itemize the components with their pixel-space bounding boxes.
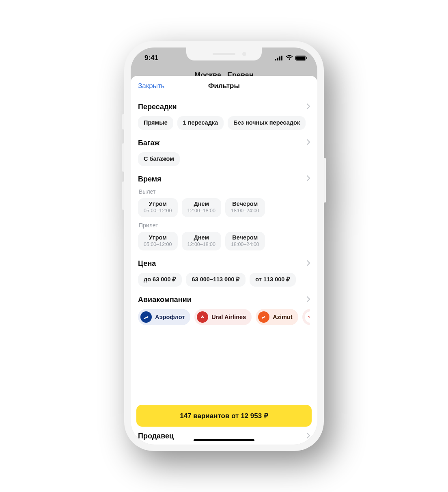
chip-airline-more[interactable]: [302, 309, 310, 325]
chip-dep-day[interactable]: Днем 12:00–18:00: [182, 198, 222, 217]
section-airlines-title: Авиакомпании: [138, 296, 192, 304]
wifi-icon: [286, 54, 293, 62]
section-baggage-title: Багаж: [138, 139, 159, 147]
chip-one-stop[interactable]: 1 пересадка: [177, 116, 224, 130]
section-price-row[interactable]: Цена: [138, 259, 310, 268]
chevron-right-icon: [307, 296, 310, 304]
section-airlines-row[interactable]: Авиакомпании: [138, 296, 310, 304]
section-baggage-row[interactable]: Багаж: [138, 139, 310, 147]
chevron-right-icon: [307, 432, 310, 440]
chip-arr-evening[interactable]: Вечером 18:00–24:00: [225, 232, 265, 251]
section-price: Цена до 63 000 ₽ 63 000–113 000 ₽ от 113…: [131, 253, 317, 289]
section-seller-title: Продавец: [138, 432, 174, 440]
airline-logo-icon: [140, 311, 152, 323]
phone-frame: 9:41 Москва Ереван Закрыть Фильтры: [124, 41, 324, 451]
chip-dep-evening[interactable]: Вечером 18:00–24:00: [225, 198, 265, 217]
filters-sheet: Закрыть Фильтры Пересадки Прямые: [131, 76, 317, 445]
chevron-right-icon: [307, 139, 310, 147]
section-baggage: Багаж С багажом: [131, 132, 317, 168]
chip-direct[interactable]: Прямые: [138, 116, 173, 130]
airline-logo-icon: [258, 311, 269, 323]
chip-price-low[interactable]: до 63 000 ₽: [138, 273, 182, 287]
departure-chips: Утром 05:00–12:00 Днем 12:00–18:00 Вечер…: [138, 198, 310, 217]
silent-switch: [122, 114, 124, 129]
chip-price-mid[interactable]: 63 000–113 000 ₽: [186, 273, 246, 287]
notch: [186, 47, 262, 60]
chevron-right-icon: [307, 104, 310, 111]
show-results-button[interactable]: 147 вариантов от 12 953 ₽: [136, 405, 312, 427]
section-airlines: Авиакомпании Аэрофлот: [131, 289, 317, 328]
sheet-header: Закрыть Фильтры: [131, 76, 317, 96]
scroll-area[interactable]: Пересадки Прямые 1 пересадка Без ночных …: [131, 96, 317, 445]
section-time-row[interactable]: Время: [138, 175, 310, 183]
chip-price-high[interactable]: от 113 000 ₽: [250, 273, 296, 287]
volume-up-button: [122, 143, 124, 172]
price-chips: до 63 000 ₽ 63 000–113 000 ₽ от 113 000 …: [138, 273, 310, 287]
sheet-body: Пересадки Прямые 1 пересадка Без ночных …: [131, 96, 317, 445]
airline-logo-icon: [197, 311, 208, 323]
section-time: Время Вылет Утром 05:00–12:00 Дне: [131, 168, 317, 253]
chip-no-night[interactable]: Без ночных пересадок: [228, 116, 306, 130]
section-price-title: Цена: [138, 259, 156, 268]
airlines-chips: Аэрофлот Ural Airlines: [138, 309, 310, 325]
chip-arr-morning[interactable]: Утром 05:00–12:00: [138, 232, 178, 251]
phone-mockup: 9:41 Москва Ереван Закрыть Фильтры: [124, 41, 324, 451]
sheet-title: Фильтры: [208, 82, 240, 90]
airline-logo-icon: [305, 311, 310, 323]
arrival-label: Прилет: [139, 222, 310, 229]
screen: 9:41 Москва Ереван Закрыть Фильтры: [131, 47, 317, 445]
chip-dep-morning[interactable]: Утром 05:00–12:00: [138, 198, 178, 217]
section-transfers-row[interactable]: Пересадки: [138, 103, 310, 111]
chip-arr-day[interactable]: Днем 12:00–18:00: [182, 232, 222, 251]
front-camera: [242, 52, 246, 56]
chip-airline-aeroflot[interactable]: Аэрофлот: [138, 309, 190, 325]
volume-down-button: [122, 181, 124, 210]
status-time: 9:41: [144, 54, 158, 62]
home-indicator[interactable]: [194, 439, 254, 441]
cta-wrap: 147 вариантов от 12 953 ₽: [131, 405, 317, 427]
arrival-chips: Утром 05:00–12:00 Днем 12:00–18:00 Вечер…: [138, 232, 310, 251]
departure-label: Вылет: [139, 188, 310, 195]
close-button[interactable]: Закрыть: [138, 76, 164, 96]
power-button: [324, 158, 326, 203]
section-transfers: Пересадки Прямые 1 пересадка Без ночных …: [131, 96, 317, 132]
section-transfers-title: Пересадки: [138, 103, 177, 111]
chevron-right-icon: [307, 260, 310, 268]
chip-with-baggage[interactable]: С багажом: [138, 152, 180, 166]
cell-signal-icon: [275, 56, 283, 60]
speaker: [213, 53, 235, 55]
chevron-right-icon: [307, 175, 310, 183]
chip-airline-ural[interactable]: Ural Airlines: [194, 309, 252, 325]
transfers-chips: Прямые 1 пересадка Без ночных пересадок: [138, 116, 310, 130]
battery-icon: [295, 56, 306, 60]
section-time-title: Время: [138, 175, 162, 183]
baggage-chips: С багажом: [138, 152, 310, 166]
chip-airline-azimut[interactable]: Azimut: [256, 309, 298, 325]
